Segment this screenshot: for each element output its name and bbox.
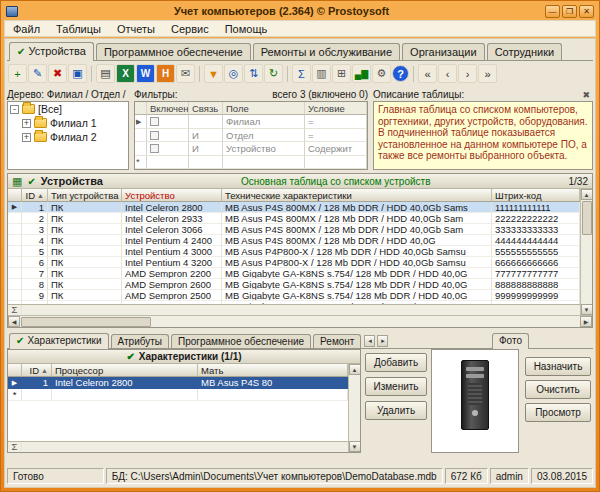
- scroll-down-icon[interactable]: ▼: [581, 304, 593, 315]
- table-row[interactable]: 5 ПК Intel Pentium 4 3000 MB Asus P4P800…: [8, 246, 580, 257]
- toolbar-separator: [199, 66, 200, 82]
- settings-icon[interactable]: ⚙: [372, 64, 391, 83]
- filter-enabled-checkbox[interactable]: [150, 144, 159, 153]
- delete-record-icon[interactable]: ✖: [48, 64, 67, 83]
- export-excel-icon[interactable]: X: [116, 64, 135, 83]
- table-row[interactable]: ▶ 1 Intel Celeron 2800 MB Asus P4S 80: [8, 377, 348, 389]
- column-header-type[interactable]: Тип устройства: [48, 189, 122, 202]
- column-header-barcode[interactable]: Штрих-код: [492, 189, 580, 202]
- nav-prev-icon[interactable]: ‹: [438, 64, 457, 83]
- add-button[interactable]: Добавить: [365, 353, 427, 372]
- export-html-icon[interactable]: H: [156, 64, 175, 83]
- tab-employees[interactable]: Сотрудники: [487, 43, 563, 60]
- table-row[interactable]: ▶ 1 ПК Intel Celeron 2800 MB Asus P4S 80…: [8, 202, 580, 213]
- column-header-cond[interactable]: Условие: [305, 102, 367, 115]
- vertical-scrollbar[interactable]: ▲ ▼: [348, 364, 360, 452]
- filter-enabled-checkbox[interactable]: [150, 131, 159, 140]
- nav-first-icon[interactable]: «: [418, 64, 437, 83]
- delete-button[interactable]: Удалить: [365, 401, 427, 420]
- add-record-icon[interactable]: +: [8, 64, 27, 83]
- scroll-up-icon[interactable]: ▲: [581, 189, 593, 200]
- filter-row[interactable]: И Отдел =: [135, 129, 367, 142]
- tab-software-detail[interactable]: Программное обеспечение: [171, 334, 311, 348]
- chart-icon[interactable]: ▄▇: [352, 64, 371, 83]
- copy-record-icon[interactable]: ▣: [68, 64, 87, 83]
- edit-button[interactable]: Изменить: [365, 377, 427, 396]
- table-row[interactable]: 7 ПК AMD Sempron 2200 MB Gigabyte GA-K8N…: [8, 268, 580, 279]
- table-row[interactable]: 3 ПК Intel Celeron 3066 MB Asus P4S 800M…: [8, 224, 580, 235]
- tree-item-branch2[interactable]: + Филиал 2: [8, 130, 128, 144]
- tab-characteristics[interactable]: ✔ Характеристики: [9, 333, 109, 349]
- columns-icon[interactable]: ▥: [312, 64, 331, 83]
- scroll-up-icon[interactable]: ▲: [349, 364, 361, 375]
- scroll-right-icon[interactable]: ▶: [580, 316, 592, 327]
- menu-service[interactable]: Сервис: [163, 22, 217, 36]
- refresh-icon[interactable]: ↻: [264, 64, 283, 83]
- menu-reports[interactable]: Отчеты: [109, 22, 163, 36]
- scroll-left-icon[interactable]: ◀: [8, 316, 20, 327]
- column-header-cpu[interactable]: Процессор: [52, 364, 198, 377]
- horizontal-scrollbar[interactable]: ◀ ▶: [8, 315, 592, 327]
- tab-scroll-right-icon[interactable]: ▸: [377, 335, 388, 347]
- menu-tables[interactable]: Таблицы: [48, 22, 109, 36]
- vertical-scrollbar[interactable]: ▲ ▼: [580, 189, 592, 315]
- minimize-button[interactable]: —: [545, 5, 560, 18]
- filter-icon[interactable]: ▼: [204, 64, 223, 83]
- tree-item-branch1[interactable]: + Филиал 1: [8, 116, 128, 130]
- print-icon[interactable]: ▤: [96, 64, 115, 83]
- expander-closed-icon[interactable]: +: [22, 119, 31, 128]
- tree-item-all[interactable]: - [Все]: [8, 102, 128, 116]
- summary-icon[interactable]: Σ: [292, 64, 311, 83]
- menu-file[interactable]: Файл: [5, 22, 48, 36]
- folder-icon: [22, 104, 35, 114]
- filter-enabled-checkbox[interactable]: [150, 117, 159, 126]
- clear-photo-button[interactable]: Очистить: [525, 380, 591, 399]
- tab-repair-detail[interactable]: Ремонт: [313, 334, 361, 348]
- search-icon[interactable]: ◎: [224, 64, 243, 83]
- new-row[interactable]: *: [8, 389, 348, 401]
- column-header-field[interactable]: Поле: [223, 102, 305, 115]
- column-header-mb[interactable]: Мать: [198, 364, 348, 377]
- column-header-id[interactable]: ID▲: [22, 189, 48, 202]
- export-word-icon[interactable]: W: [136, 64, 155, 83]
- tab-repairs[interactable]: Ремонты и обслуживание: [253, 43, 400, 60]
- tab-devices[interactable]: ✔ Устройства: [9, 42, 94, 61]
- description-close-icon[interactable]: ✖: [579, 90, 593, 100]
- tab-software[interactable]: Программное обеспечение: [96, 43, 251, 60]
- tab-scroll-left-icon[interactable]: ◂: [364, 335, 375, 347]
- column-header-link[interactable]: Связь: [189, 102, 223, 115]
- scrollbar-thumb[interactable]: [582, 201, 592, 235]
- menu-help[interactable]: Помощь: [217, 22, 276, 36]
- devices-table-section: ▦ ✔ Устройства Основная таблица со списк…: [7, 173, 593, 328]
- edit-record-icon[interactable]: ✎: [28, 64, 47, 83]
- column-header-tech[interactable]: Технические характеристики: [222, 189, 492, 202]
- sort-icon[interactable]: ⇅: [244, 64, 263, 83]
- scroll-down-icon[interactable]: ▼: [349, 441, 361, 452]
- column-header-device[interactable]: Устройство: [122, 189, 222, 202]
- table-row[interactable]: 9 ПК AMD Sempron 2500 MB Gigabyte GA-K8N…: [8, 290, 580, 301]
- tab-attributes[interactable]: Атрибуты: [111, 334, 169, 348]
- table-row[interactable]: 8 ПК AMD Sempron 2600 MB Gigabyte GA-K8N…: [8, 279, 580, 290]
- column-header-enabled[interactable]: Включен: [147, 102, 189, 115]
- filter-new-row[interactable]: *: [135, 156, 367, 169]
- maximize-button[interactable]: ❒: [562, 5, 577, 18]
- nav-last-icon[interactable]: »: [478, 64, 497, 83]
- filter-row[interactable]: И Устройство Содержит: [135, 142, 367, 155]
- scrollbar-thumb[interactable]: [21, 317, 151, 327]
- table-row[interactable]: 2 ПК Intel Celeron 2933 MB Asus P4S 800M…: [8, 213, 580, 224]
- expander-open-icon[interactable]: -: [10, 105, 19, 114]
- close-button[interactable]: ✕: [579, 5, 594, 18]
- expander-closed-icon[interactable]: +: [22, 133, 31, 142]
- send-email-icon[interactable]: ✉: [176, 64, 195, 83]
- column-header-id[interactable]: ID▲: [22, 364, 52, 377]
- help-icon[interactable]: ?: [392, 65, 409, 82]
- tree-view-icon[interactable]: ⊞: [332, 64, 351, 83]
- view-photo-button[interactable]: Просмотр: [525, 403, 591, 422]
- tab-photo[interactable]: Фото: [492, 333, 529, 349]
- nav-next-icon[interactable]: ›: [458, 64, 477, 83]
- tab-organizations[interactable]: Организации: [402, 43, 485, 60]
- table-row[interactable]: 6 ПК Intel Pentium 4 3200 MB Asus P4P800…: [8, 257, 580, 268]
- assign-photo-button[interactable]: Назначить: [525, 357, 591, 376]
- filter-row[interactable]: ▶ Филиал =: [135, 115, 367, 128]
- table-row[interactable]: 4 ПК Intel Pentium 4 2400 MB Asus P4S 80…: [8, 235, 580, 246]
